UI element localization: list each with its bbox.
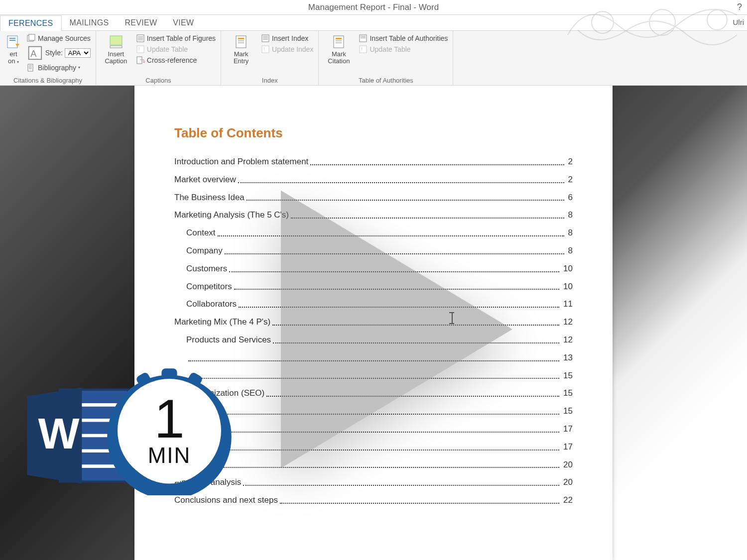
toc-entry-page: 13 (561, 352, 573, 364)
toc-entry[interactable]: Introduction and Problem statement2 (174, 156, 573, 168)
toc-entry-page: 2 (566, 156, 573, 168)
toc-leader-dots (229, 263, 559, 272)
svg-rect-4 (9, 38, 15, 39)
toc-entry[interactable]: Financial analysis20 (174, 476, 573, 488)
svg-rect-33 (334, 36, 344, 48)
group-index: MarkEntry Insert Index ! Update Index In… (221, 31, 319, 85)
bibliography-button[interactable]: Bibliography ▾ (27, 63, 91, 72)
tab-label: VIEW (173, 18, 194, 27)
btn-label-line: Entry (234, 57, 249, 65)
svg-text:!: ! (361, 47, 363, 52)
toc-entry[interactable]: 13 (174, 352, 573, 364)
btn-label-line: ert (9, 50, 17, 58)
toc-entry-text: Products and Services (174, 334, 271, 346)
help-icon[interactable]: ? (737, 2, 742, 12)
toc-entry[interactable]: Marketing Mix (The 4 P's)12 (174, 316, 573, 328)
toc-entry-page: 15 (561, 387, 573, 399)
tab-label: MAILINGS (70, 18, 109, 27)
tab-mailings[interactable]: MAILINGS (62, 15, 117, 30)
toc-entry-text: Marketing Mix (The 4 P's) (174, 316, 270, 328)
mark-citation-button[interactable]: MarkCitation (324, 33, 354, 76)
insert-table-of-figures-button[interactable]: Insert Table of Figures (136, 34, 216, 43)
btn-label: Bibliography (38, 64, 76, 72)
group-title: Citations & Bibliography (5, 76, 91, 84)
toc-entry-text: Collaborators (174, 298, 237, 310)
toc-entry[interactable]: Competitors10 (174, 281, 573, 293)
toc-entry-page: 8 (566, 227, 573, 239)
citation-style-selector[interactable]: A Style: APA (27, 45, 91, 61)
toc-entry-text: Market overview (174, 174, 236, 186)
toc-entry[interactable]: Marketing Analysis (The 5 C's)8 (174, 209, 573, 221)
svg-rect-10 (28, 64, 33, 71)
svg-text:W: W (38, 409, 79, 458)
insert-citation-icon (5, 34, 21, 50)
group-title: Table of Authorities (324, 76, 448, 84)
toc-entry[interactable]: ns20 (174, 459, 573, 471)
insert-caption-button[interactable]: InsertCaption (101, 33, 131, 76)
insert-table-of-authorities-button[interactable]: Insert Table of Authorities (359, 34, 448, 43)
toc-entry[interactable]: ninars17 (174, 423, 573, 435)
toc-leader-dots (247, 192, 564, 201)
manage-sources-button[interactable]: Manage Sources (27, 34, 91, 43)
toc-entry[interactable]: Context8 (174, 227, 573, 239)
document-workspace: Table of Contents Introduction and Probl… (0, 86, 747, 560)
toc-leader-dots (272, 316, 559, 326)
toc-entry-page: 17 (561, 441, 573, 453)
insert-citation-button[interactable]: erton ▾ (5, 33, 22, 76)
text-cursor-icon (448, 312, 455, 324)
user-name[interactable]: Ulri (733, 18, 745, 26)
toc-entry-page: 15 (561, 405, 573, 417)
update-table-captions-button: ! Update Table (136, 45, 216, 54)
toc-entry-text: Competitors (174, 281, 232, 293)
cross-reference-button[interactable]: Cross-reference (136, 56, 216, 65)
mark-entry-button[interactable]: MarkEntry (226, 33, 256, 76)
btn-label-line: Citation (328, 57, 350, 65)
toc-entry-page: 6 (566, 192, 573, 204)
svg-rect-14 (110, 36, 122, 45)
group-title: Index (226, 76, 313, 84)
toc-leader-dots (188, 370, 559, 379)
toc-leader-dots (234, 281, 559, 290)
toc-entry[interactable]: The Business Idea6 (174, 192, 573, 204)
toc-entry[interactable]: Market overview2 (174, 174, 573, 186)
toc-entry-page: 11 (561, 298, 573, 310)
btn-label: Insert Table of Figures (147, 34, 216, 42)
svg-rect-23 (236, 36, 246, 48)
btn-label-line: Mark (234, 50, 249, 58)
toc-leader-dots (188, 352, 559, 361)
tab-label: FERENCES (8, 19, 53, 27)
toc-entry[interactable]: 15 (174, 405, 573, 417)
toc-body: Introduction and Problem statement2Marke… (174, 156, 573, 506)
toc-entry[interactable]: Company8 (174, 245, 573, 257)
svg-rect-5 (9, 40, 15, 41)
toc-entry[interactable]: Products and Services12 (174, 334, 573, 346)
toc-entry-page: 20 (561, 459, 573, 471)
toc-entry-page: 22 (561, 494, 573, 506)
toc-entry[interactable]: 17 (174, 441, 573, 453)
toc-leader-dots (310, 156, 564, 165)
toc-entry[interactable]: Customers10 (174, 263, 573, 275)
tab-references[interactable]: FERENCES (0, 15, 62, 31)
toc-entry-page: 20 (561, 476, 573, 488)
toc-entry[interactable]: 15 (174, 370, 573, 382)
style-dropdown[interactable]: APA (65, 48, 91, 58)
svg-rect-3 (7, 36, 17, 48)
toc-entry[interactable]: ptimization (SEO)15 (174, 387, 573, 399)
title-bar: Management Report - Final - Word ? (0, 0, 747, 15)
toc-leader-dots (273, 334, 559, 343)
toc-entry[interactable]: Collaborators11 (174, 298, 573, 310)
btn-label-line: Mark (332, 50, 346, 58)
style-icon: A (27, 45, 43, 61)
toc-entry-page: 15 (561, 370, 573, 382)
toc-leader-dots (238, 174, 564, 183)
insert-index-button[interactable]: Insert Index (261, 34, 313, 43)
tab-review[interactable]: REVIEW (117, 15, 165, 30)
ribbon-tabstrip: FERENCES MAILINGS REVIEW VIEW (0, 15, 747, 31)
mark-entry-icon (233, 34, 249, 50)
tab-view[interactable]: VIEW (165, 15, 202, 30)
toc-entry[interactable]: Conclusions and next steps22 (174, 494, 573, 506)
toc-entry-text: Conclusions and next steps (174, 494, 278, 506)
toc-entry-text: The Business Idea (174, 192, 245, 204)
toc-leader-dots (200, 405, 559, 415)
btn-label-line: on (8, 57, 15, 65)
